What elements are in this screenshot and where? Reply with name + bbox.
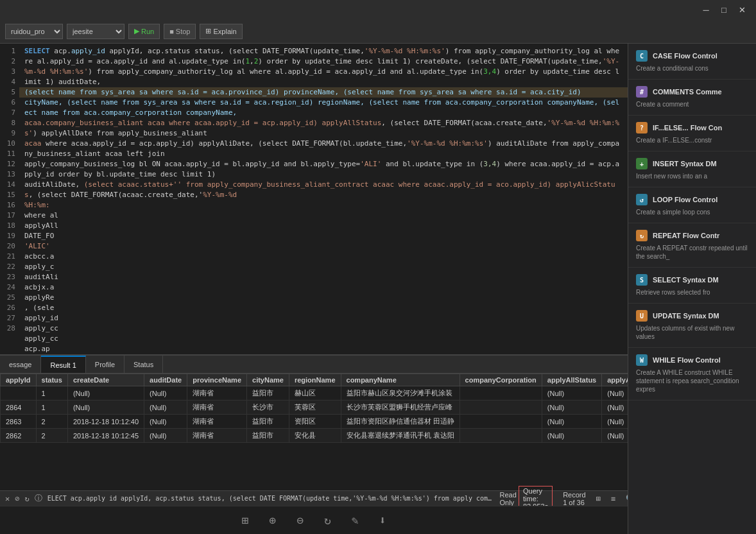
- sidebar-item-title-ifelse: IF...ELSE... Flow Con: [653, 124, 722, 132]
- sidebar-item-title-while: WHILE Flow Control: [653, 356, 721, 364]
- schema-selector[interactable]: jeesite: [67, 24, 125, 39]
- status-check-icon: ✕: [5, 494, 10, 503]
- cell-r2-c4: 湖南省: [187, 415, 247, 429]
- col-auditDate[interactable]: auditDate: [144, 374, 187, 386]
- explain-button[interactable]: ⊞ Explain: [200, 24, 242, 39]
- cell-r1-c7: 长沙市芙蓉区盟狮手机经营卢应峰: [341, 401, 460, 415]
- sidebar-item-insert[interactable]: + INSERT Syntax DM Insert new rows into …: [628, 151, 756, 187]
- cell-r1-c6: 芙蓉区: [289, 401, 341, 415]
- stop-button[interactable]: ■ Stop: [164, 24, 196, 39]
- col-cityName[interactable]: cityName: [247, 374, 289, 386]
- sql-editor[interactable]: 1 2 3 4 5 6 7 8 9 10 11 12 13 14 15 16 1…: [0, 44, 628, 354]
- code-line-15: auditAli: [19, 272, 628, 282]
- read-only-badge: Read Only: [500, 491, 519, 506]
- cell-r3-c7: 安化县塞退续梦泽通讯手机 袁达阳: [341, 429, 460, 443]
- cell-r3-c10: (Null): [602, 429, 628, 443]
- list-view-icon[interactable]: ≡: [611, 494, 615, 503]
- code-line-22: acp.ap: [19, 344, 628, 354]
- close-button[interactable]: ✕: [733, 3, 751, 16]
- sidebar-item-repeat[interactable]: ↻ REPEAT Flow Contr Create A REPEAT cons…: [628, 223, 756, 268]
- sidebar-item-title-repeat: REPEAT Flow Contr: [653, 232, 719, 239]
- edit-icon[interactable]: ✎: [352, 513, 359, 527]
- sidebar-icon-loop: ↺: [636, 194, 648, 205]
- col-applyAliDate[interactable]: applyAliDate: [602, 374, 628, 386]
- col-companyCorporation[interactable]: companyCorporation: [460, 374, 542, 386]
- cell-r1-c2: (Null): [67, 401, 144, 415]
- code-line-9: where al: [19, 211, 628, 221]
- code-line-16: acbjx.a: [19, 282, 628, 293]
- cell-r3-c5: 益阳市: [247, 429, 289, 443]
- sidebar-item-header-while: W WHILE Flow Control: [636, 354, 748, 366]
- code-content[interactable]: SELECT acp.apply_id applyId, acp.status …: [19, 44, 628, 354]
- code-line-11: DATE_FO: [19, 231, 628, 241]
- sidebar-icon-comments: #: [636, 86, 648, 98]
- table-row[interactable]: 28641(Null)(Null)湖南省长沙市芙蓉区长沙市芙蓉区盟狮手机经营卢应…: [1, 401, 628, 415]
- cell-r2-c6: 资阳区: [289, 415, 341, 429]
- refresh-icon[interactable]: ↻: [324, 513, 331, 527]
- tab-message[interactable]: essage: [0, 356, 41, 373]
- status-x-icon: ⊘: [15, 494, 19, 503]
- db-selector[interactable]: ruidou_pro: [5, 24, 63, 39]
- cell-r1-c10: (Null): [602, 401, 628, 415]
- toolbar: ruidou_pro jeesite ▶ Run ■ Stop ⊞ Explai…: [0, 19, 756, 44]
- col-createDate[interactable]: createDate: [67, 374, 144, 386]
- sidebar-item-desc-select: Retrieve rows selected fro: [636, 288, 748, 297]
- cell-r0-c6: 赫山区: [289, 386, 341, 401]
- code-line-4: acaa.company_business_aliant acaa where …: [19, 118, 628, 139]
- col-applyAllStatus[interactable]: applyAllStatus: [542, 374, 601, 386]
- sidebar-item-title-comments: COMMENTS Comme: [653, 88, 722, 96]
- col-provinceName[interactable]: provinceName: [187, 374, 247, 386]
- results-table-container[interactable]: applyId status createDate auditDate prov…: [0, 374, 628, 490]
- run-button[interactable]: ▶ Run: [128, 24, 160, 39]
- col-regionName[interactable]: regionName: [289, 374, 341, 386]
- sidebar-item-ifelse[interactable]: ? IF...ELSE... Flow Con Create a IF...EL…: [628, 116, 756, 151]
- maximize-button[interactable]: □: [715, 3, 733, 16]
- sidebar-item-select[interactable]: S SELECT Syntax DM Retrieve rows selecte…: [628, 268, 756, 304]
- grid-view-icon[interactable]: ⊞: [596, 494, 601, 503]
- cell-r3-c3: (Null): [144, 429, 187, 443]
- cell-r0-c2: (Null): [67, 386, 144, 401]
- download-icon[interactable]: ⬇: [379, 513, 386, 527]
- sidebar-item-header-loop: ↺ LOOP Flow Control: [636, 194, 748, 205]
- code-line-12: 'ALIC': [19, 241, 628, 252]
- zoom-in-icon[interactable]: ⊕: [269, 513, 276, 527]
- sidebar-icon-while: W: [636, 354, 648, 366]
- table-row[interactable]: 286322018-12-18 10:12:40(Null)湖南省益阳市资阳区益…: [1, 415, 628, 429]
- code-line-6: apply_company_business_log bl ON acaa.ap…: [19, 159, 628, 180]
- cell-r3-c8: [460, 429, 542, 443]
- bottom-icons-bar: ⊞ ⊕ ⊖ ↻ ✎ ⬇: [0, 506, 628, 534]
- tab-profile[interactable]: Profile: [86, 356, 125, 373]
- zoom-out-icon[interactable]: ⊖: [296, 513, 304, 527]
- stop-icon: ■: [169, 28, 174, 35]
- tab-status[interactable]: Status: [125, 356, 163, 373]
- sidebar-item-update[interactable]: U UPDATE Syntax DM Updates columns of ex…: [628, 304, 756, 348]
- table-row[interactable]: 286222018-12-18 10:12:45(Null)湖南省益阳市安化县安…: [1, 429, 628, 443]
- sidebar-item-loop[interactable]: ↺ LOOP Flow Control Create a simple loop…: [628, 187, 756, 223]
- tab-result1[interactable]: Result 1: [41, 356, 85, 373]
- sidebar-item-while[interactable]: W WHILE Flow Control Create A WHILE cons…: [628, 348, 756, 401]
- cell-r3-c6: 安化县: [289, 429, 341, 443]
- table-row[interactable]: 1(Null)(Null)湖南省益阳市赫山区益阳市赫山区泉交河汐滩手机涂装(Nu…: [1, 386, 628, 401]
- sidebar-item-comments[interactable]: # COMMENTS Comme Create a comment: [628, 80, 756, 116]
- minimize-button[interactable]: ─: [697, 3, 715, 16]
- col-companyName[interactable]: companyName: [341, 374, 460, 386]
- cell-r2-c3: (Null): [144, 415, 187, 429]
- sidebar-item-desc-ifelse: Create a IF...ELSE...constr: [636, 136, 748, 144]
- sidebar-item-desc-comments: Create a comment: [636, 100, 748, 108]
- code-line-14: apply_c: [19, 262, 628, 272]
- cell-r1-c4: 湖南省: [187, 401, 247, 415]
- status-info-icon: ⓘ: [35, 493, 42, 504]
- right-sidebar: C CASE Flow Control Create a conditional…: [628, 44, 756, 534]
- sidebar-item-case[interactable]: C CASE Flow Control Create a conditional…: [628, 44, 756, 80]
- code-line-10: applyAll: [19, 221, 628, 231]
- sidebar-icon-case: C: [636, 50, 648, 62]
- cell-r3-c2: 2018-12-18 10:12:45: [67, 429, 144, 443]
- line-numbers: 1 2 3 4 5 6 7 8 9 10 11 12 13 14 15 16 1…: [0, 44, 19, 354]
- col-status[interactable]: status: [36, 374, 67, 386]
- grid-icon[interactable]: ⊞: [241, 513, 248, 527]
- bottom-tabs: essage Result 1 Profile Status: [0, 356, 628, 374]
- code-line-5: acaa where acaa.apply_id = acp.apply_id)…: [19, 139, 628, 159]
- editor-results-area: 1 2 3 4 5 6 7 8 9 10 11 12 13 14 15 16 1…: [0, 44, 628, 534]
- status-refresh-icon[interactable]: ↻: [24, 494, 29, 503]
- col-applyId[interactable]: applyId: [1, 374, 37, 386]
